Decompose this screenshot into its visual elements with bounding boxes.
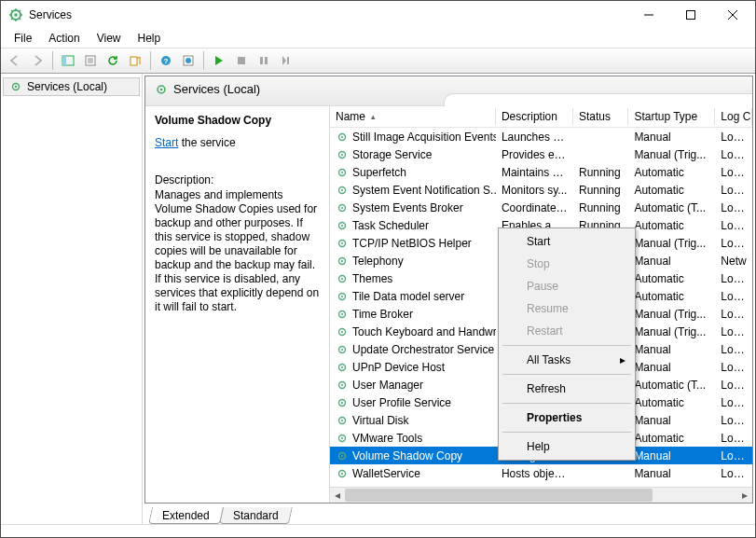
toolbar-help2-button[interactable]: [178, 50, 199, 71]
scroll-left-icon[interactable]: ◂: [330, 488, 345, 503]
toolbar-restart-button[interactable]: [276, 50, 296, 71]
service-status: Running: [573, 183, 628, 198]
ctx-refresh[interactable]: Refresh: [501, 378, 633, 400]
service-name: System Event Notification S...: [352, 184, 496, 197]
menu-file[interactable]: File: [7, 30, 39, 47]
service-icon: [336, 131, 349, 144]
service-startup: Automatic (T...: [628, 200, 715, 215]
service-logon: Local: [715, 165, 752, 180]
service-row[interactable]: Storage ServiceProvides en...Manual (Tri…: [330, 145, 752, 163]
column-startup-type[interactable]: Startup Type: [628, 106, 715, 127]
minimize-button[interactable]: [627, 2, 669, 29]
ctx-help[interactable]: Help: [501, 435, 633, 458]
service-icon: [336, 343, 349, 356]
service-icon: [336, 166, 349, 179]
menu-help[interactable]: Help: [131, 30, 169, 47]
service-startup: Manual: [628, 466, 715, 481]
toolbar-help-button[interactable]: ?: [156, 50, 176, 71]
ctx-all-tasks[interactable]: All Tasks▸: [501, 349, 633, 371]
service-row[interactable]: System Event Notification S...Monitors s…: [330, 181, 752, 199]
toolbar-properties-button[interactable]: [80, 50, 101, 71]
service-icon: [336, 325, 349, 338]
ctx-separator: [502, 403, 631, 404]
menu-action[interactable]: Action: [41, 30, 87, 47]
toolbar-start-button[interactable]: [209, 50, 229, 71]
service-icon: [336, 272, 349, 285]
service-name: Task Scheduler: [352, 219, 429, 232]
service-name: Virtual Disk: [352, 414, 408, 427]
service-startup: Manual: [628, 254, 715, 269]
service-startup: Manual: [628, 342, 715, 357]
ctx-properties[interactable]: Properties: [501, 407, 633, 429]
service-startup: Automatic: [628, 183, 715, 198]
service-list: Name▴ Description Status Startup Type Lo…: [330, 106, 752, 503]
scrollbar-thumb[interactable]: [345, 489, 653, 502]
service-startup: Manual (Trig...: [628, 236, 715, 251]
svg-rect-6: [131, 57, 137, 65]
tab-extended[interactable]: Extended: [148, 507, 224, 524]
service-name: WalletService: [352, 467, 420, 480]
svg-point-38: [341, 295, 343, 297]
sort-asc-icon: ▴: [371, 112, 376, 121]
start-service-link[interactable]: Start: [155, 136, 178, 149]
service-logon: Local: [715, 183, 752, 198]
svg-point-48: [341, 383, 343, 385]
service-icon: [336, 290, 349, 303]
tree-item-services-local[interactable]: Services (Local): [3, 77, 140, 96]
close-button[interactable]: [711, 2, 753, 29]
service-startup: Automatic: [628, 271, 715, 286]
service-logon: Local: [715, 395, 752, 410]
menu-view[interactable]: View: [89, 30, 129, 47]
service-icon: [336, 432, 349, 445]
svg-point-58: [341, 472, 343, 474]
column-description[interactable]: Description: [496, 106, 573, 127]
svg-point-36: [341, 277, 343, 279]
service-icon: [336, 449, 349, 462]
toolbar-pause-button[interactable]: [254, 50, 274, 71]
column-status[interactable]: Status: [573, 106, 628, 127]
service-icon: [336, 396, 349, 409]
service-row[interactable]: Still Image Acquisition EventsLaunches a…: [330, 128, 752, 145]
ctx-start[interactable]: Start: [501, 230, 633, 253]
service-status: [573, 136, 628, 138]
services-icon: [155, 83, 168, 96]
toolbar-showhide-button[interactable]: [58, 50, 78, 71]
service-row[interactable]: SuperfetchMaintains a...RunningAutomatic…: [330, 163, 752, 181]
service-logon: Local: [715, 271, 752, 286]
maximize-button[interactable]: [669, 2, 711, 29]
service-icon: [336, 184, 349, 197]
service-name: Telephony: [352, 255, 404, 268]
toolbar: ?: [1, 48, 755, 74]
toolbar-stop-button[interactable]: [231, 50, 252, 71]
services-icon: [9, 80, 22, 93]
horizontal-scrollbar[interactable]: ◂ ▸: [330, 487, 752, 503]
service-startup: Automatic (T...: [628, 378, 715, 393]
service-name: Volume Shadow Copy: [352, 449, 462, 462]
window-title: Services: [29, 8, 627, 21]
scroll-right-icon[interactable]: ▸: [737, 488, 752, 503]
toolbar-export-button[interactable]: [125, 50, 145, 71]
service-name: TCP/IP NetBIOS Helper: [352, 237, 472, 250]
svg-point-44: [341, 348, 343, 350]
service-logon: Local: [715, 342, 752, 357]
ctx-resume: Resume: [501, 297, 633, 320]
service-name: Still Image Acquisition Events: [352, 131, 496, 144]
service-row[interactable]: WalletServiceHosts objec...ManualLocal: [330, 464, 752, 482]
svg-point-50: [341, 401, 343, 403]
tab-standard[interactable]: Standard: [219, 507, 293, 524]
service-icon: [336, 361, 349, 374]
service-logon: Local: [715, 218, 752, 233]
service-row[interactable]: System Events BrokerCoordinates...Runnin…: [330, 199, 752, 216]
toolbar-forward-button[interactable]: [27, 50, 48, 71]
service-icon: [336, 255, 349, 268]
toolbar-back-button[interactable]: [5, 50, 25, 71]
service-status: Running: [573, 165, 628, 180]
column-log-on-as[interactable]: Log C▴: [715, 106, 752, 127]
start-trail: the service: [178, 136, 235, 149]
service-startup: Automatic: [628, 165, 715, 180]
column-name[interactable]: Name▴: [330, 106, 496, 127]
service-name: Storage Service: [352, 148, 432, 161]
toolbar-refresh-button[interactable]: [103, 50, 123, 71]
service-icon: [336, 148, 349, 161]
service-logon: Local: [715, 147, 752, 162]
